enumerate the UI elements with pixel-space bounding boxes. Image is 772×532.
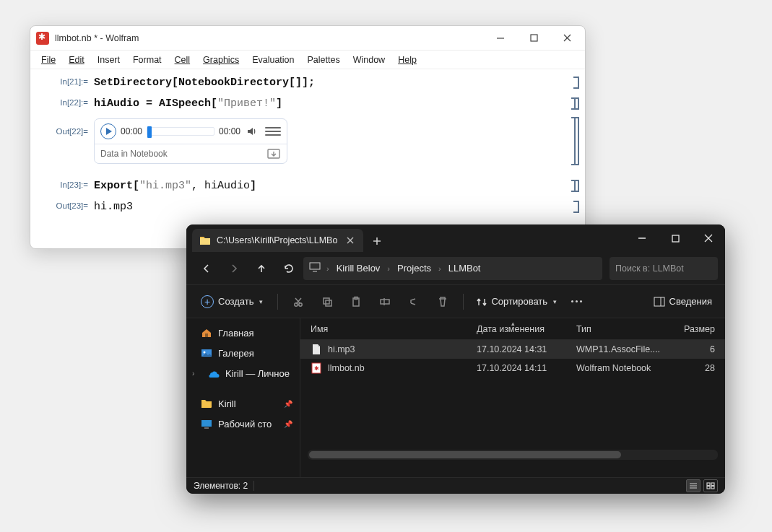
column-type[interactable]: Тип — [576, 324, 669, 334]
sidebar-item-gallery[interactable]: Галерея — [186, 343, 300, 363]
paste-button[interactable] — [343, 290, 369, 313]
file-type: WMP11.AssocFile.... — [576, 344, 669, 354]
menu-help[interactable]: Help — [391, 53, 423, 66]
tab-close-button[interactable] — [343, 233, 357, 248]
explorer-tabbar: C:\Users\Kirill\Projects\LLMBo — [186, 224, 725, 252]
play-button[interactable] — [100, 123, 116, 139]
explorer-minimize-button[interactable] — [625, 224, 659, 252]
forward-button[interactable] — [221, 256, 247, 281]
rename-button[interactable] — [372, 290, 398, 313]
file-date: 17.10.2024 14:31 — [477, 344, 571, 354]
share-button[interactable] — [401, 290, 427, 313]
chevron-right-icon: › — [326, 264, 329, 273]
audio-menu-button[interactable] — [265, 124, 281, 139]
wolfram-title: llmbot.nb * - Wolfram — [55, 33, 484, 43]
cell-bracket-icon[interactable] — [573, 180, 579, 192]
new-button[interactable]: + Создать ▾ — [194, 290, 270, 313]
search-input[interactable]: Поиск в: LLMBot — [610, 257, 718, 280]
back-button[interactable] — [194, 256, 220, 281]
details-pane-button[interactable]: Сведения — [648, 290, 718, 313]
divider — [253, 481, 254, 491]
cell-bracket-icon[interactable] — [573, 97, 579, 110]
copy-button[interactable] — [314, 290, 340, 313]
new-tab-button[interactable] — [366, 230, 388, 252]
explorer-tab-title: C:\Users\Kirill\Projects\LLMBo — [217, 235, 337, 245]
delete-button[interactable] — [430, 290, 456, 313]
cell-content-in21[interactable]: SetDirectory[NotebookDirectory[]]; — [94, 75, 584, 90]
column-name[interactable]: Имя — [311, 324, 471, 334]
menu-format[interactable]: Format — [126, 53, 168, 66]
horizontal-scrollbar[interactable] — [308, 450, 718, 460]
svg-rect-23 — [654, 297, 664, 306]
up-button[interactable] — [248, 256, 274, 281]
notebook-body[interactable]: In[21]:= SetDirectory[NotebookDirectory[… — [30, 69, 585, 219]
audio-time-current: 00:00 — [121, 126, 142, 136]
audio-seek-thumb — [147, 126, 152, 138]
explorer-tab[interactable]: C:\Users\Kirill\Projects\LLMBo — [192, 229, 363, 252]
maximize-button[interactable] — [517, 27, 550, 50]
menu-palettes[interactable]: Palettes — [301, 53, 347, 66]
menu-graphics[interactable]: Graphics — [196, 53, 246, 66]
home-icon — [201, 327, 212, 339]
audio-export-button[interactable] — [266, 148, 281, 160]
explorer-toolbar: + Создать ▾ Сортировать ▾ Сведения — [186, 285, 725, 318]
audio-caption: Data in Notebook — [100, 149, 168, 159]
onedrive-icon — [208, 367, 220, 379]
sidebar-item-desktop[interactable]: Рабочий сто 📌 — [186, 414, 300, 434]
cell-content-in22[interactable]: hiAudio = AISpeech["Привет!"] — [94, 96, 584, 111]
file-row[interactable]: hi.mp3 17.10.2024 14:31 WMP11.AssocFile.… — [300, 340, 725, 359]
explorer-sidebar: Главная Галерея › Kirill — Личное Kirill… — [186, 318, 300, 477]
breadcrumb-llmbot[interactable]: LLMBot — [444, 261, 485, 276]
wolfram-titlebar: llmbot.nb * - Wolfram — [30, 26, 585, 51]
wolfram-window: llmbot.nb * - Wolfram File Edit Insert F… — [30, 25, 586, 249]
explorer-nav-bar: › Kirill Belov › Projects › LLMBot Поиск… — [186, 252, 725, 285]
column-date[interactable]: Дата изменения — [477, 324, 571, 334]
more-button[interactable] — [565, 300, 588, 302]
svg-rect-37 — [707, 487, 710, 489]
menu-evaluation[interactable]: Evaluation — [246, 53, 300, 66]
breadcrumb[interactable]: › Kirill Belov › Projects › LLMBot — [303, 257, 602, 280]
refresh-button[interactable] — [276, 256, 302, 281]
folder-icon — [201, 398, 212, 409]
menu-file[interactable]: File — [35, 53, 62, 66]
explorer-window: C:\Users\Kirill\Projects\LLMBo › Kirill … — [186, 224, 725, 494]
pin-icon: 📌 — [284, 420, 292, 428]
menu-insert[interactable]: Insert — [91, 53, 126, 66]
cell-label-out23: Out[23]= — [43, 199, 94, 210]
audio-seek-slider[interactable] — [147, 127, 214, 136]
view-icons-button[interactable] — [703, 479, 718, 492]
breadcrumb-projects[interactable]: Projects — [393, 261, 435, 276]
sidebar-item-kirill[interactable]: Kirill 📌 — [186, 393, 300, 414]
cell-bracket-icon[interactable] — [573, 77, 579, 89]
file-list: ▴ Имя Дата изменения Тип Размер hi.mp3 1… — [300, 318, 725, 477]
minimize-button[interactable] — [484, 27, 517, 50]
breadcrumb-user[interactable]: Kirill Belov — [332, 261, 385, 276]
menu-edit[interactable]: Edit — [62, 53, 91, 66]
explorer-maximize-button[interactable] — [659, 224, 692, 252]
details-icon — [654, 297, 665, 307]
explorer-close-button[interactable] — [692, 224, 725, 252]
cut-button[interactable] — [285, 290, 311, 313]
column-size[interactable]: Размер — [675, 324, 715, 334]
folder-icon — [199, 235, 211, 246]
volume-button[interactable] — [245, 125, 258, 138]
cell-bracket-icon[interactable] — [573, 117, 579, 165]
scrollbar-thumb[interactable] — [309, 451, 621, 458]
pc-icon — [309, 262, 321, 274]
close-button[interactable] — [550, 27, 584, 50]
explorer-body: Главная Галерея › Kirill — Личное Kirill… — [186, 318, 725, 477]
sidebar-item-home[interactable]: Главная — [186, 323, 300, 343]
menu-window[interactable]: Window — [347, 53, 391, 66]
menu-cell[interactable]: Cell — [168, 53, 197, 66]
svg-point-27 — [204, 352, 206, 354]
file-row[interactable]: ✱ llmbot.nb 17.10.2024 14:11 Wolfram Not… — [300, 359, 725, 378]
svg-rect-38 — [711, 487, 714, 489]
cell-bracket-icon[interactable] — [573, 201, 579, 213]
sort-button[interactable]: Сортировать ▾ — [471, 290, 563, 313]
view-details-button[interactable] — [686, 479, 701, 492]
cell-content-in23[interactable]: Export["hi.mp3", hiAudio] — [94, 178, 584, 193]
chevron-down-icon: ▾ — [553, 298, 557, 305]
sidebar-item-onedrive[interactable]: › Kirill — Личное — [186, 363, 300, 383]
file-size: 28 — [675, 363, 715, 373]
cell-label-out22: Out[22]= — [43, 117, 94, 136]
